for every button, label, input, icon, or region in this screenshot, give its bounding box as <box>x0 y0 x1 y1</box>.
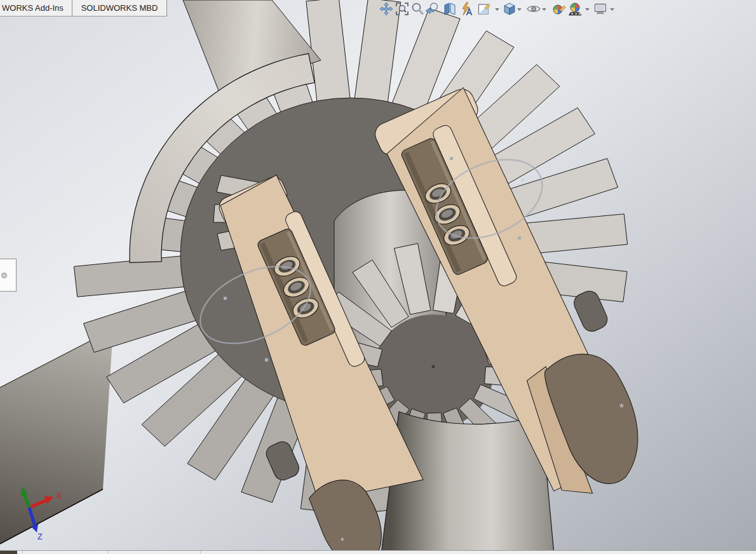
status-strip-divider <box>22 551 23 554</box>
hide-show-items-icon[interactable] <box>526 1 541 17</box>
solidworks-window: X Y Z * * * WORKS Add-Ins SOLIDWORKS MBD <box>0 0 756 554</box>
3d-drawing-view-icon[interactable] <box>379 1 394 17</box>
chevron-down-icon[interactable] <box>494 1 500 17</box>
status-strip-segment <box>0 551 17 554</box>
viewport-3d[interactable]: X Y Z * * * <box>0 0 756 554</box>
panel-handle-icon <box>1 273 7 278</box>
view-orientation-icon[interactable] <box>502 1 517 17</box>
chevron-down-icon[interactable] <box>609 1 615 17</box>
dynamic-annotation-views-icon[interactable] <box>459 1 474 17</box>
star-marker[interactable]: * <box>341 535 344 546</box>
edit-appearance-icon[interactable] <box>551 1 567 17</box>
section-view-icon[interactable] <box>442 1 457 17</box>
command-tabs: WORKS Add-Ins SOLIDWORKS MBD <box>0 0 167 17</box>
previous-view-icon[interactable] <box>424 1 440 17</box>
tab-solidworks-mbd[interactable]: SOLIDWORKS MBD <box>72 0 167 17</box>
pinion-center-point <box>432 365 435 368</box>
chevron-down-icon[interactable] <box>541 1 547 17</box>
star-marker[interactable]: * <box>521 177 524 186</box>
chevron-down-icon[interactable] <box>516 1 522 17</box>
display-style-icon[interactable] <box>476 1 492 17</box>
collapsed-panel-stub[interactable] <box>0 259 17 292</box>
triad-y-label: Y <box>20 485 25 495</box>
chevron-down-icon[interactable] <box>584 1 590 17</box>
apply-scene-icon[interactable] <box>568 1 583 17</box>
triad-z-label: Z <box>37 532 43 541</box>
tab-solidworks-add-ins[interactable]: WORKS Add-Ins <box>0 0 72 17</box>
triad-x-label: X <box>56 491 62 501</box>
status-strip-divider <box>108 551 109 554</box>
zoom-to-fit-icon[interactable] <box>395 1 410 17</box>
view-settings-icon[interactable] <box>593 1 608 17</box>
zoom-to-area-icon[interactable] <box>410 1 425 17</box>
status-strip-divider <box>200 551 201 554</box>
star-marker[interactable]: * <box>619 402 624 414</box>
status-strip <box>0 550 756 554</box>
